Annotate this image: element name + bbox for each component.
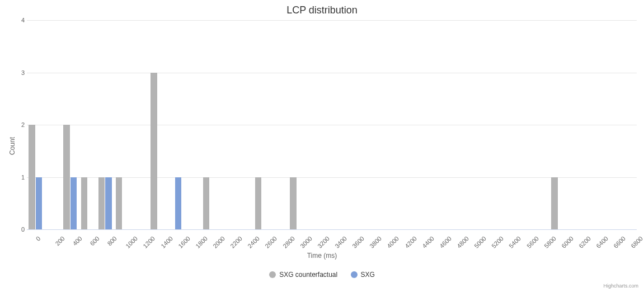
bar-sxg[interactable] bbox=[36, 177, 42, 230]
x-axis-ticks: 0200400600800100012001400160018002000220… bbox=[27, 232, 637, 249]
y-tick-label: 2 bbox=[15, 121, 25, 128]
x-tick-label: 3800 bbox=[368, 235, 383, 249]
x-tick-label: 800 bbox=[106, 235, 118, 247]
x-axis-label: Time (ms) bbox=[0, 252, 644, 260]
x-tick-label: 2000 bbox=[211, 235, 226, 249]
x-tick-label: 5400 bbox=[508, 235, 523, 249]
chart-title: LCP distribution bbox=[0, 4, 644, 16]
bar-sxg[interactable] bbox=[70, 177, 77, 230]
legend-swatch-icon bbox=[269, 271, 276, 278]
x-tick-label: 4600 bbox=[438, 235, 453, 249]
x-tick-label: 1400 bbox=[159, 235, 174, 249]
x-tick-label: 4400 bbox=[421, 235, 435, 249]
x-tick-label: 1600 bbox=[177, 235, 191, 249]
legend-label: SXG bbox=[361, 271, 375, 279]
bar-sxg-counterfactual[interactable] bbox=[116, 177, 122, 230]
x-tick-label: 4200 bbox=[403, 235, 418, 249]
y-tick-label: 3 bbox=[15, 69, 25, 76]
x-tick-label: 3600 bbox=[351, 235, 365, 249]
y-tick-label: 1 bbox=[15, 174, 25, 181]
x-tick-label: 1800 bbox=[194, 235, 209, 249]
x-tick-label: 3000 bbox=[299, 235, 313, 249]
x-tick-label: 1200 bbox=[142, 235, 157, 249]
bar-sxg-counterfactual[interactable] bbox=[29, 125, 35, 229]
x-tick-label: 2800 bbox=[281, 235, 296, 249]
bar-sxg-counterfactual[interactable] bbox=[203, 177, 209, 230]
legend-item-sxg-counterfactual[interactable]: SXG counterfactual bbox=[269, 271, 337, 279]
x-tick-label: 600 bbox=[88, 235, 100, 247]
x-tick-label: 6400 bbox=[595, 235, 609, 249]
x-tick-label: 2600 bbox=[264, 235, 279, 249]
x-tick-label: 5600 bbox=[525, 235, 540, 249]
x-tick-label: 5200 bbox=[490, 235, 505, 249]
x-tick-label: 2200 bbox=[229, 235, 243, 249]
bar-sxg[interactable] bbox=[175, 177, 181, 230]
x-tick-label: 6000 bbox=[560, 235, 575, 249]
bar-sxg[interactable] bbox=[105, 177, 111, 230]
bar-sxg-counterfactual[interactable] bbox=[98, 177, 105, 230]
bar-sxg-counterfactual[interactable] bbox=[551, 177, 557, 230]
x-tick-label: 4000 bbox=[386, 235, 401, 249]
y-tick-label: 0 bbox=[15, 226, 25, 233]
x-tick-label: 6800 bbox=[630, 235, 644, 249]
x-tick-label: 5800 bbox=[543, 235, 557, 249]
x-tick-label: 1000 bbox=[124, 235, 139, 249]
x-tick-label: 200 bbox=[54, 235, 65, 247]
x-tick-label: 5000 bbox=[473, 235, 487, 249]
plot-area: 01234 bbox=[27, 20, 637, 230]
y-axis-label: Count bbox=[8, 137, 16, 155]
bar-sxg-counterfactual[interactable] bbox=[255, 177, 261, 230]
legend: SXG counterfactual SXG bbox=[0, 271, 644, 280]
legend-item-sxg[interactable]: SXG bbox=[351, 271, 375, 279]
chart-credit[interactable]: Highcharts.com bbox=[603, 283, 638, 289]
lcp-distribution-chart: LCP distribution Count 01234 02004006008… bbox=[0, 0, 644, 292]
x-tick-label: 2400 bbox=[246, 235, 261, 249]
x-tick-label: 3400 bbox=[333, 235, 348, 249]
x-tick-label: 4800 bbox=[455, 235, 470, 249]
x-tick-label: 3200 bbox=[316, 235, 331, 249]
x-tick-label: 6200 bbox=[577, 235, 592, 249]
bar-sxg-counterfactual[interactable] bbox=[81, 177, 87, 230]
bar-sxg-counterfactual[interactable] bbox=[290, 177, 296, 230]
bar-sxg-counterfactual[interactable] bbox=[63, 125, 69, 229]
x-tick-label: 0 bbox=[34, 235, 41, 242]
y-tick-label: 4 bbox=[15, 17, 25, 23]
bars-layer bbox=[27, 20, 637, 229]
x-tick-label: 6600 bbox=[612, 235, 627, 249]
legend-label: SXG counterfactual bbox=[279, 271, 337, 279]
x-tick-label: 400 bbox=[71, 235, 83, 247]
bar-sxg-counterfactual[interactable] bbox=[151, 73, 157, 230]
legend-swatch-icon bbox=[351, 271, 358, 278]
